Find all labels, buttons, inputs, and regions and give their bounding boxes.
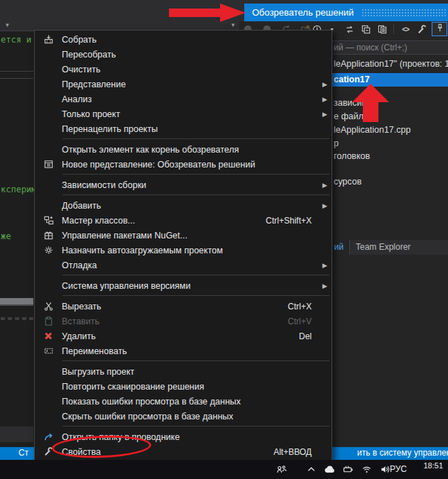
chevron-up-icon[interactable]	[305, 463, 317, 475]
menu-item-label: Пересобрать	[62, 50, 319, 60]
menu-item-rename[interactable]: Переименовать	[35, 343, 332, 358]
search-placeholder: ий — поиск (Ctrl+;)	[334, 43, 408, 53]
menu-item-build[interactable]: Собрать	[35, 32, 332, 47]
menu-item-label: Управление пакетами NuGet...	[62, 231, 319, 241]
cut-icon	[35, 301, 62, 312]
menu-separator	[62, 275, 329, 275]
menu-item-label: Удалить	[62, 331, 299, 341]
people-icon[interactable]	[275, 463, 288, 475]
cloud-icon[interactable]	[324, 463, 336, 475]
submenu-arrow-icon: ▶	[319, 202, 327, 209]
wrench-icon[interactable]	[415, 23, 428, 35]
auto-hide-pin-button[interactable]	[432, 22, 447, 36]
menu-item-project-only[interactable]: Только проект▶	[35, 106, 332, 121]
menu-item-analyze[interactable]: Анализ▶	[35, 92, 332, 106]
pin-icon	[435, 23, 445, 36]
new-view-icon	[35, 159, 62, 170]
status-text: Ст	[18, 448, 28, 458]
menu-item-label: Мастер классов...	[62, 216, 266, 226]
menu-item-label: Отладка	[62, 260, 319, 270]
menu-item-label: Новое представление: Обозреватель решени…	[62, 160, 319, 170]
editor-splitter[interactable]	[0, 298, 33, 306]
add-to-source-control-button[interactable]: ить в систему управления ве	[357, 448, 448, 458]
menu-item-label: Открыть элемент как корень обозревателя	[62, 145, 319, 155]
dropdown-caret-icon[interactable]: ▾	[6, 21, 9, 28]
menu-item-label: Вырезать	[62, 302, 288, 312]
tree-item-label: leApplication17.cpp	[334, 125, 410, 135]
menu-separator	[62, 194, 329, 195]
collapse-all-icon[interactable]	[359, 23, 372, 35]
menu-item-label: Добавить	[62, 201, 319, 211]
startup-project-icon	[35, 245, 62, 255]
language-indicator[interactable]: РУС	[390, 464, 407, 474]
menu-separator	[62, 295, 329, 296]
menu-item-build-dependencies[interactable]: Зависимости сборки▶	[35, 177, 332, 192]
menu-item-shortcut: Del	[299, 331, 312, 341]
editor-divider	[0, 78, 33, 79]
submenu-arrow-icon: ▶	[319, 96, 327, 103]
nuget-icon	[35, 230, 62, 241]
rename-icon	[35, 346, 62, 356]
menu-item-clean[interactable]: Очистить	[35, 62, 332, 77]
solution-explorer-title-bar[interactable]: Обозреватель решений	[244, 4, 448, 21]
vs-window: Обозреватель решений ▾ ▾ ется иксперимже…	[0, 0, 448, 479]
build-icon	[35, 34, 62, 45]
menu-item-retarget-projects[interactable]: Перенацелить проекты	[35, 121, 332, 136]
menu-item-delete[interactable]: ×УдалитьDel	[35, 329, 332, 343]
menu-separator	[62, 360, 329, 361]
menu-item-cut[interactable]: ВырезатьCtrl+X	[35, 299, 332, 314]
clock[interactable]: 18:51	[423, 461, 443, 470]
view-code-icon[interactable]: <>	[399, 23, 412, 35]
menu-item-shortcut: Ctrl+X	[288, 302, 312, 312]
menu-item-show-browse-errors[interactable]: Показать ошибки просмотра в базе данных	[35, 394, 332, 409]
submenu-arrow-icon: ▶	[319, 262, 327, 269]
menu-separator	[62, 426, 329, 426]
menu-item-debug[interactable]: Отладка▶	[35, 258, 332, 272]
code-fragment: же	[1, 231, 11, 241]
menu-item-paste[interactable]: ВставитьCtrl+V	[35, 314, 332, 329]
menu-item-manage-nuget-packages[interactable]: Управление пакетами NuGet...	[35, 228, 332, 243]
menu-item-new-solution-explorer-view[interactable]: Новое представление: Обозреватель решени…	[35, 157, 332, 172]
menu-separator	[62, 138, 329, 139]
menu-item-shortcut: Alt+ВВОД	[273, 447, 312, 457]
tab-team-explorer[interactable]: Team Explorer	[356, 240, 410, 255]
menu-item-set-as-startup-project[interactable]: Назначить автозагружаемым проектом	[35, 243, 332, 258]
menu-item-label: Представление	[62, 79, 319, 89]
sync-icon[interactable]	[343, 23, 356, 35]
editor-divider	[0, 71, 33, 72]
context-menu: СобратьПересобратьОчиститьПредставление▶…	[34, 30, 332, 461]
menu-item-label: Переименовать	[62, 346, 319, 356]
menu-item-rebuild[interactable]: Пересобрать	[35, 47, 332, 62]
menu-item-class-wizard[interactable]: Мастер классов...Ctrl+Shift+X	[35, 213, 332, 228]
menu-item-label: Только проект	[62, 109, 319, 119]
submenu-arrow-icon: ▶	[319, 111, 327, 118]
menu-item-label: Очистить	[62, 65, 319, 75]
menu-item-unload-project[interactable]: Выгрузить проект	[35, 364, 332, 379]
submenu-arrow-icon: ▶	[319, 182, 327, 189]
menu-item-label: Зависимости сборки	[62, 180, 319, 190]
menu-item-label: Анализ	[62, 94, 319, 104]
menu-item-hide-browse-errors[interactable]: Скрыть ошибки просмотра в базе данных	[35, 409, 332, 424]
menu-item-label: Показать ошибки просмотра в базе данных	[62, 397, 319, 407]
menu-item-label: Повторить сканирование решения	[62, 382, 319, 392]
battery-icon[interactable]	[342, 463, 354, 475]
tree-item-label: головков	[334, 151, 370, 161]
menu-item-label: Система управления версиями	[62, 281, 319, 291]
red-arrow-right-annotation	[169, 4, 246, 22]
tree-item-label: cation17	[334, 75, 370, 84]
menu-item-scope-to-this[interactable]: Открыть элемент как корень обозревателя	[35, 142, 332, 157]
menu-item-view[interactable]: Представление▶	[35, 77, 332, 92]
wifi-icon[interactable]	[361, 463, 373, 475]
class-wizard-icon	[35, 215, 62, 226]
menu-item-label: Скрыть ошибки просмотра в базе данных	[62, 412, 319, 422]
menu-item-add[interactable]: Добавить▶	[35, 198, 332, 213]
code-fragment: ется и	[1, 35, 31, 45]
menu-item-label: Назначить автозагружаемым проектом	[62, 246, 319, 255]
dropdown-caret-icon[interactable]: ▾	[231, 21, 235, 28]
preview-pages-icon[interactable]	[376, 23, 388, 35]
open-folder-icon	[35, 431, 62, 442]
menu-item-rescan-solution[interactable]: Повторить сканирование решения	[35, 379, 332, 394]
menu-item-source-control[interactable]: Система управления версиями▶	[35, 278, 332, 293]
tree-item-label: р	[334, 138, 339, 148]
output-panel-edge	[0, 426, 33, 442]
